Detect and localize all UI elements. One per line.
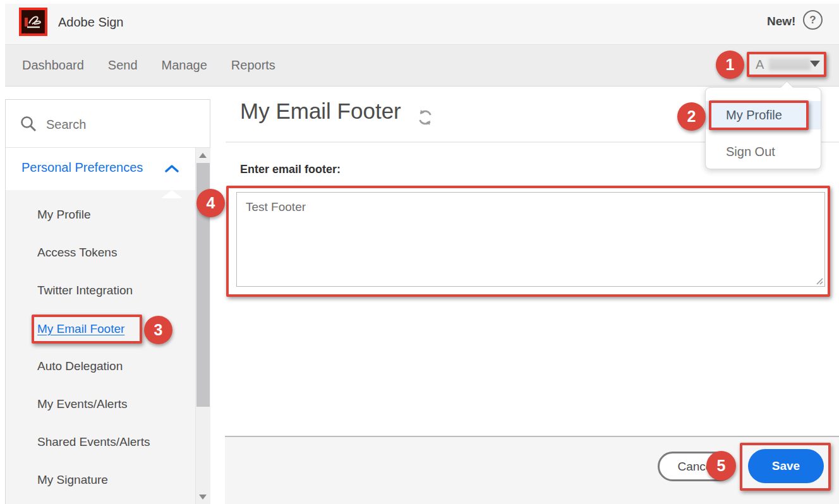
search-icon bbox=[20, 115, 37, 135]
sidebar-item-auto-delegation[interactable]: Auto Delegation bbox=[37, 359, 123, 373]
sidebar-search-row bbox=[6, 100, 210, 148]
nav-item-reports[interactable]: Reports bbox=[231, 58, 275, 73]
top-app-bar bbox=[5, 4, 839, 45]
sidebar-item-shared-events-alerts[interactable]: Shared Events/Alerts bbox=[37, 435, 150, 449]
textarea-resize-handle-icon[interactable] bbox=[814, 276, 823, 287]
footer-action-bar bbox=[225, 437, 839, 504]
sidebar-item-my-signature[interactable]: My Signature bbox=[37, 473, 108, 487]
scrollbar-up-arrow-icon[interactable] bbox=[199, 153, 207, 158]
save-button[interactable]: Save bbox=[748, 449, 824, 483]
user-name-redaction bbox=[769, 58, 811, 70]
sidebar-item-my-profile[interactable]: My Profile bbox=[37, 208, 90, 222]
user-menu-trigger[interactable]: A bbox=[756, 57, 764, 72]
scrollbar-down-arrow-icon[interactable] bbox=[199, 495, 207, 500]
chevron-up-icon bbox=[165, 164, 179, 176]
email-footer-textarea[interactable]: Test Footer bbox=[236, 192, 825, 287]
sidebar-item-my-events-alerts[interactable]: My Events/Alerts bbox=[37, 397, 128, 411]
nav-item-send[interactable]: Send bbox=[108, 58, 138, 73]
chevron-down-icon[interactable] bbox=[810, 61, 820, 67]
preferences-sidebar: Personal Preferences My Profile Access T… bbox=[5, 99, 210, 504]
sidebar-section-personal-preferences[interactable]: Personal Preferences bbox=[6, 148, 210, 190]
menu-item-sign-out[interactable]: Sign Out bbox=[706, 138, 821, 166]
annotation-step-2: 2 bbox=[677, 102, 706, 131]
cancel-button[interactable]: Cancel bbox=[658, 452, 735, 481]
sidebar-item-access-tokens[interactable]: Access Tokens bbox=[37, 246, 117, 260]
user-dropdown-menu: My Profile Sign Out bbox=[705, 87, 821, 169]
nav-item-manage[interactable]: Manage bbox=[162, 58, 207, 73]
app-title: Adobe Sign bbox=[58, 15, 123, 30]
sidebar-item-my-email-footer[interactable]: My Email Footer bbox=[37, 322, 124, 336]
main-nav: Dashboard Send Manage Reports bbox=[22, 45, 275, 86]
new-badge: New! bbox=[767, 15, 795, 28]
sidebar-items-panel bbox=[6, 190, 210, 504]
refresh-icon[interactable] bbox=[416, 109, 434, 129]
sidebar-scrollbar-thumb[interactable] bbox=[196, 163, 210, 407]
accordion-notch bbox=[161, 190, 183, 198]
menu-item-my-profile[interactable]: My Profile bbox=[706, 101, 821, 129]
adobe-sign-logo-icon bbox=[19, 8, 47, 36]
sidebar-item-twitter-integration[interactable]: Twitter Integration bbox=[37, 284, 133, 297]
help-icon[interactable]: ? bbox=[803, 10, 823, 30]
search-input[interactable] bbox=[45, 112, 174, 136]
section-label: Personal Preferences bbox=[21, 160, 143, 175]
email-footer-field-label: Enter email footer: bbox=[240, 163, 341, 176]
question-mark-glyph: ? bbox=[809, 14, 816, 27]
nav-item-dashboard[interactable]: Dashboard bbox=[22, 58, 84, 73]
page-title: My Email Footer bbox=[240, 99, 401, 124]
